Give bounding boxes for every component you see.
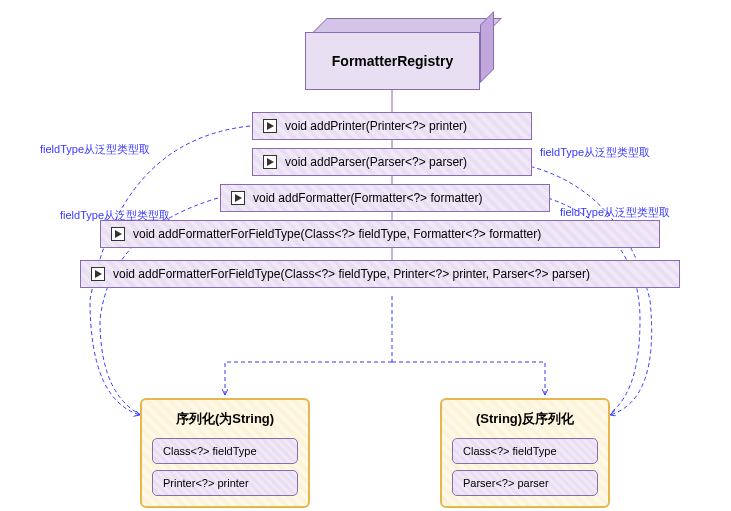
result-deserialize: (String)反序列化 Class<?> fieldType Parser<?… (440, 398, 610, 508)
result-item: Class<?> fieldType (152, 438, 298, 464)
method-addFormatterForFieldType-1: void addFormatterForFieldType(Class<?> f… (100, 220, 660, 248)
method-label: void addFormatter(Formatter<?> formatter… (253, 191, 482, 205)
result-title: 序列化(为String) (152, 410, 298, 428)
result-item: Parser<?> parser (452, 470, 598, 496)
method-addFormatterForFieldType-2: void addFormatterForFieldType(Class<?> f… (80, 260, 680, 288)
result-title: (String)反序列化 (452, 410, 598, 428)
result-item: Printer<?> printer (152, 470, 298, 496)
diagram-canvas: FormatterRegistry void addPrinter(Printe… (0, 0, 731, 511)
annotation: fieldType从泛型类型取 (60, 208, 170, 223)
method-label: void addFormatterForFieldType(Class<?> f… (133, 227, 541, 241)
method-addParser: void addParser(Parser<?> parser) (252, 148, 532, 176)
play-icon (91, 267, 105, 281)
header-title: FormatterRegistry (305, 32, 480, 90)
play-icon (263, 119, 277, 133)
annotation: fieldType从泛型类型取 (560, 205, 670, 220)
method-addPrinter: void addPrinter(Printer<?> printer) (252, 112, 532, 140)
play-icon (111, 227, 125, 241)
method-label: void addPrinter(Printer<?> printer) (285, 119, 467, 133)
method-addFormatter: void addFormatter(Formatter<?> formatter… (220, 184, 550, 212)
result-serialize: 序列化(为String) Class<?> fieldType Printer<… (140, 398, 310, 508)
play-icon (231, 191, 245, 205)
play-icon (263, 155, 277, 169)
result-item: Class<?> fieldType (452, 438, 598, 464)
annotation: fieldType从泛型类型取 (540, 145, 650, 160)
method-label: void addParser(Parser<?> parser) (285, 155, 467, 169)
header-box: FormatterRegistry (305, 25, 480, 90)
annotation: fieldType从泛型类型取 (40, 142, 150, 157)
method-label: void addFormatterForFieldType(Class<?> f… (113, 267, 590, 281)
